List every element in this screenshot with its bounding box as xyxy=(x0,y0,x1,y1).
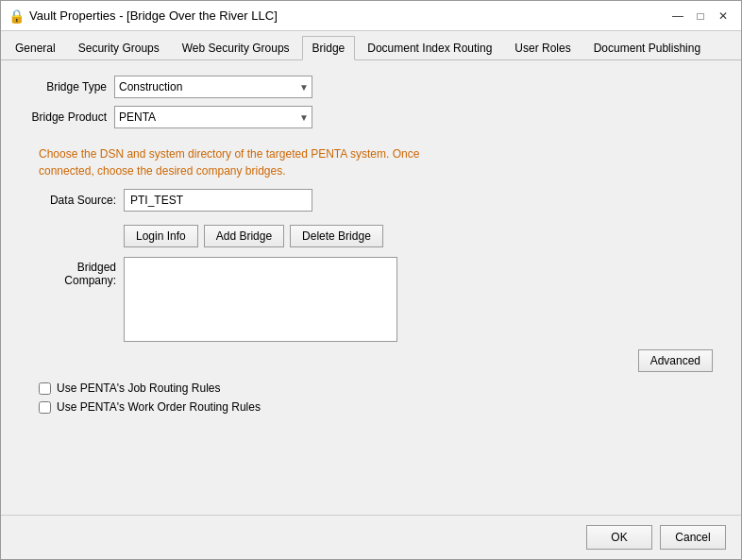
tab-content: Bridge Type Construction Manufacturing D… xyxy=(1,60,741,515)
ok-button[interactable]: OK xyxy=(586,525,652,550)
checkbox-job-routing[interactable] xyxy=(39,382,51,395)
close-button[interactable]: ✕ xyxy=(713,7,734,25)
bridged-company-label: Bridged Company: xyxy=(39,257,124,287)
window-controls: — □ ✕ xyxy=(667,7,734,25)
maximize-button[interactable]: □ xyxy=(690,7,711,25)
checkbox-work-order-routing-label: Use PENTA's Work Order Routing Rules xyxy=(57,400,261,414)
advanced-button[interactable]: Advanced xyxy=(638,349,713,372)
window-title: Vault Properties - [Bridge Over the Rive… xyxy=(29,8,667,23)
tab-general[interactable]: General xyxy=(5,36,66,60)
tab-user-roles[interactable]: User Roles xyxy=(504,36,581,60)
tab-security-groups[interactable]: Security Groups xyxy=(68,36,170,60)
bridge-product-row: Bridge Product PENTA SAP Oracle ▼ xyxy=(20,106,722,128)
cancel-button[interactable]: Cancel xyxy=(660,525,726,550)
bridge-type-row: Bridge Type Construction Manufacturing D… xyxy=(20,76,722,98)
main-window: 🔒 Vault Properties - [Bridge Over the Ri… xyxy=(0,0,742,560)
minimize-button[interactable]: — xyxy=(667,7,688,25)
bridge-product-select[interactable]: PENTA SAP Oracle xyxy=(114,106,312,128)
bridge-type-label: Bridge Type xyxy=(20,80,114,93)
add-bridge-button[interactable]: Add Bridge xyxy=(204,225,284,247)
bridge-type-select[interactable]: Construction Manufacturing Distribution xyxy=(114,76,312,98)
bridge-button-row: Login Info Add Bridge Delete Bridge xyxy=(124,225,722,247)
app-icon: 🔒 xyxy=(8,8,24,24)
data-source-input[interactable] xyxy=(124,189,312,212)
tab-document-index-routing[interactable]: Document Index Routing xyxy=(357,36,502,60)
advanced-row: Advanced xyxy=(20,349,722,372)
tab-bar: General Security Groups Web Security Gro… xyxy=(1,31,741,60)
tab-web-security-groups[interactable]: Web Security Groups xyxy=(172,36,300,60)
checkbox-job-routing-label: Use PENTA's Job Routing Rules xyxy=(57,382,220,395)
footer: OK Cancel xyxy=(1,515,741,559)
title-bar: 🔒 Vault Properties - [Bridge Over the Ri… xyxy=(1,1,741,31)
login-info-button[interactable]: Login Info xyxy=(124,225,198,247)
checkbox-work-order-routing[interactable] xyxy=(39,401,51,414)
bridged-company-textarea[interactable] xyxy=(124,257,397,342)
tab-document-publishing[interactable]: Document Publishing xyxy=(583,36,711,60)
tab-bridge[interactable]: Bridge xyxy=(302,36,356,60)
bridged-company-row: Bridged Company: xyxy=(39,257,722,342)
info-text: Choose the DSN and system directory of t… xyxy=(39,145,473,179)
delete-bridge-button[interactable]: Delete Bridge xyxy=(290,225,383,247)
bridge-product-dropdown-wrapper: PENTA SAP Oracle ▼ xyxy=(114,106,312,128)
bridge-type-dropdown-wrapper: Construction Manufacturing Distribution … xyxy=(114,76,312,98)
checkbox-job-routing-row: Use PENTA's Job Routing Rules xyxy=(39,382,722,395)
checkbox-work-order-routing-row: Use PENTA's Work Order Routing Rules xyxy=(39,400,722,414)
data-source-row: Data Source: xyxy=(39,189,722,212)
bridge-product-label: Bridge Product xyxy=(20,110,114,124)
data-source-label: Data Source: xyxy=(39,194,124,207)
